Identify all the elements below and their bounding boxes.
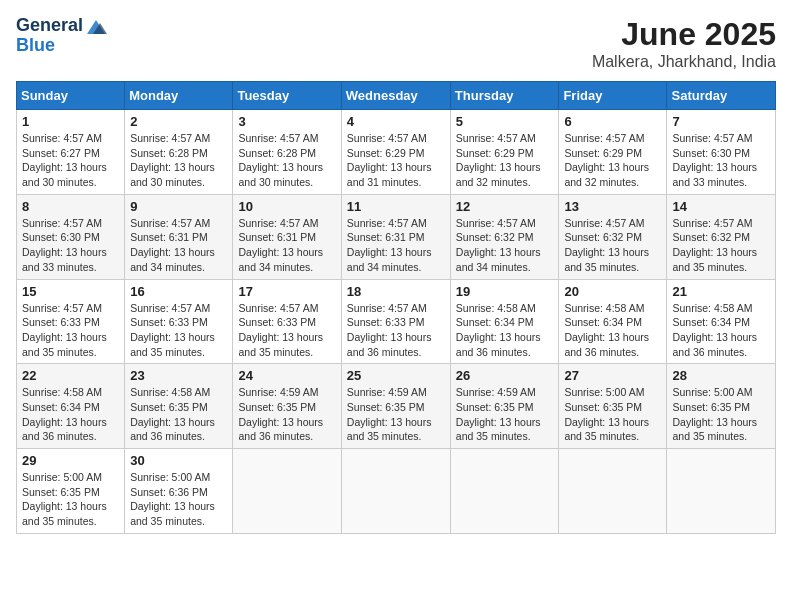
weekday-header-row: SundayMondayTuesdayWednesdayThursdayFrid… xyxy=(17,82,776,110)
day-cell: 20Sunrise: 4:58 AM Sunset: 6:34 PM Dayli… xyxy=(559,279,667,364)
day-cell: 10Sunrise: 4:57 AM Sunset: 6:31 PM Dayli… xyxy=(233,194,341,279)
day-number: 25 xyxy=(347,368,445,383)
day-number: 2 xyxy=(130,114,227,129)
day-cell: 3Sunrise: 4:57 AM Sunset: 6:28 PM Daylig… xyxy=(233,110,341,195)
day-info: Sunrise: 4:59 AM Sunset: 6:35 PM Dayligh… xyxy=(456,385,554,444)
logo-blue: Blue xyxy=(16,36,55,56)
day-cell: 9Sunrise: 4:57 AM Sunset: 6:31 PM Daylig… xyxy=(125,194,233,279)
day-cell: 4Sunrise: 4:57 AM Sunset: 6:29 PM Daylig… xyxy=(341,110,450,195)
day-cell: 12Sunrise: 4:57 AM Sunset: 6:32 PM Dayli… xyxy=(450,194,559,279)
day-info: Sunrise: 4:57 AM Sunset: 6:27 PM Dayligh… xyxy=(22,131,119,190)
day-number: 23 xyxy=(130,368,227,383)
day-number: 28 xyxy=(672,368,770,383)
day-info: Sunrise: 4:57 AM Sunset: 6:32 PM Dayligh… xyxy=(456,216,554,275)
day-cell: 25Sunrise: 4:59 AM Sunset: 6:35 PM Dayli… xyxy=(341,364,450,449)
day-cell: 1Sunrise: 4:57 AM Sunset: 6:27 PM Daylig… xyxy=(17,110,125,195)
day-info: Sunrise: 5:00 AM Sunset: 6:36 PM Dayligh… xyxy=(130,470,227,529)
day-number: 9 xyxy=(130,199,227,214)
day-cell: 16Sunrise: 4:57 AM Sunset: 6:33 PM Dayli… xyxy=(125,279,233,364)
week-row-2: 8Sunrise: 4:57 AM Sunset: 6:30 PM Daylig… xyxy=(17,194,776,279)
day-cell: 6Sunrise: 4:57 AM Sunset: 6:29 PM Daylig… xyxy=(559,110,667,195)
day-number: 22 xyxy=(22,368,119,383)
day-info: Sunrise: 4:57 AM Sunset: 6:31 PM Dayligh… xyxy=(130,216,227,275)
day-number: 4 xyxy=(347,114,445,129)
day-cell xyxy=(559,449,667,534)
day-info: Sunrise: 4:57 AM Sunset: 6:29 PM Dayligh… xyxy=(347,131,445,190)
day-cell: 30Sunrise: 5:00 AM Sunset: 6:36 PM Dayli… xyxy=(125,449,233,534)
day-number: 5 xyxy=(456,114,554,129)
calendar-table: SundayMondayTuesdayWednesdayThursdayFrid… xyxy=(16,81,776,534)
weekday-header-sunday: Sunday xyxy=(17,82,125,110)
day-info: Sunrise: 4:58 AM Sunset: 6:34 PM Dayligh… xyxy=(456,301,554,360)
day-info: Sunrise: 5:00 AM Sunset: 6:35 PM Dayligh… xyxy=(22,470,119,529)
day-info: Sunrise: 4:57 AM Sunset: 6:33 PM Dayligh… xyxy=(347,301,445,360)
header: General Blue June 2025 Malkera, Jharkhan… xyxy=(16,16,776,71)
logo: General Blue xyxy=(16,16,107,56)
day-number: 27 xyxy=(564,368,661,383)
day-number: 8 xyxy=(22,199,119,214)
day-info: Sunrise: 4:59 AM Sunset: 6:35 PM Dayligh… xyxy=(347,385,445,444)
day-info: Sunrise: 4:57 AM Sunset: 6:31 PM Dayligh… xyxy=(238,216,335,275)
day-cell: 7Sunrise: 4:57 AM Sunset: 6:30 PM Daylig… xyxy=(667,110,776,195)
day-number: 29 xyxy=(22,453,119,468)
day-info: Sunrise: 4:57 AM Sunset: 6:28 PM Dayligh… xyxy=(130,131,227,190)
day-cell: 19Sunrise: 4:58 AM Sunset: 6:34 PM Dayli… xyxy=(450,279,559,364)
day-info: Sunrise: 4:58 AM Sunset: 6:35 PM Dayligh… xyxy=(130,385,227,444)
weekday-header-tuesday: Tuesday xyxy=(233,82,341,110)
day-info: Sunrise: 4:57 AM Sunset: 6:29 PM Dayligh… xyxy=(564,131,661,190)
day-number: 18 xyxy=(347,284,445,299)
day-number: 7 xyxy=(672,114,770,129)
day-number: 17 xyxy=(238,284,335,299)
day-info: Sunrise: 4:57 AM Sunset: 6:33 PM Dayligh… xyxy=(22,301,119,360)
day-cell: 29Sunrise: 5:00 AM Sunset: 6:35 PM Dayli… xyxy=(17,449,125,534)
week-row-5: 29Sunrise: 5:00 AM Sunset: 6:35 PM Dayli… xyxy=(17,449,776,534)
day-cell: 21Sunrise: 4:58 AM Sunset: 6:34 PM Dayli… xyxy=(667,279,776,364)
day-info: Sunrise: 4:58 AM Sunset: 6:34 PM Dayligh… xyxy=(672,301,770,360)
weekday-header-wednesday: Wednesday xyxy=(341,82,450,110)
day-info: Sunrise: 4:57 AM Sunset: 6:33 PM Dayligh… xyxy=(130,301,227,360)
title-area: June 2025 Malkera, Jharkhand, India xyxy=(592,16,776,71)
logo-general: General xyxy=(16,16,83,36)
day-number: 1 xyxy=(22,114,119,129)
week-row-4: 22Sunrise: 4:58 AM Sunset: 6:34 PM Dayli… xyxy=(17,364,776,449)
weekday-header-saturday: Saturday xyxy=(667,82,776,110)
day-cell: 13Sunrise: 4:57 AM Sunset: 6:32 PM Dayli… xyxy=(559,194,667,279)
day-number: 10 xyxy=(238,199,335,214)
day-info: Sunrise: 4:57 AM Sunset: 6:28 PM Dayligh… xyxy=(238,131,335,190)
day-info: Sunrise: 4:57 AM Sunset: 6:31 PM Dayligh… xyxy=(347,216,445,275)
day-info: Sunrise: 4:58 AM Sunset: 6:34 PM Dayligh… xyxy=(564,301,661,360)
day-cell: 8Sunrise: 4:57 AM Sunset: 6:30 PM Daylig… xyxy=(17,194,125,279)
week-row-1: 1Sunrise: 4:57 AM Sunset: 6:27 PM Daylig… xyxy=(17,110,776,195)
day-number: 3 xyxy=(238,114,335,129)
day-cell xyxy=(450,449,559,534)
day-number: 19 xyxy=(456,284,554,299)
day-cell: 2Sunrise: 4:57 AM Sunset: 6:28 PM Daylig… xyxy=(125,110,233,195)
day-number: 26 xyxy=(456,368,554,383)
day-info: Sunrise: 4:57 AM Sunset: 6:32 PM Dayligh… xyxy=(564,216,661,275)
day-info: Sunrise: 5:00 AM Sunset: 6:35 PM Dayligh… xyxy=(672,385,770,444)
day-cell: 15Sunrise: 4:57 AM Sunset: 6:33 PM Dayli… xyxy=(17,279,125,364)
day-cell xyxy=(341,449,450,534)
month-title: June 2025 xyxy=(592,16,776,53)
day-number: 30 xyxy=(130,453,227,468)
weekday-header-thursday: Thursday xyxy=(450,82,559,110)
week-row-3: 15Sunrise: 4:57 AM Sunset: 6:33 PM Dayli… xyxy=(17,279,776,364)
day-number: 16 xyxy=(130,284,227,299)
location-title: Malkera, Jharkhand, India xyxy=(592,53,776,71)
day-number: 14 xyxy=(672,199,770,214)
day-cell: 5Sunrise: 4:57 AM Sunset: 6:29 PM Daylig… xyxy=(450,110,559,195)
day-cell: 22Sunrise: 4:58 AM Sunset: 6:34 PM Dayli… xyxy=(17,364,125,449)
day-cell: 11Sunrise: 4:57 AM Sunset: 6:31 PM Dayli… xyxy=(341,194,450,279)
day-info: Sunrise: 4:57 AM Sunset: 6:32 PM Dayligh… xyxy=(672,216,770,275)
day-cell xyxy=(233,449,341,534)
day-info: Sunrise: 4:58 AM Sunset: 6:34 PM Dayligh… xyxy=(22,385,119,444)
day-number: 20 xyxy=(564,284,661,299)
day-cell: 27Sunrise: 5:00 AM Sunset: 6:35 PM Dayli… xyxy=(559,364,667,449)
weekday-header-friday: Friday xyxy=(559,82,667,110)
day-number: 6 xyxy=(564,114,661,129)
logo-icon xyxy=(85,18,107,36)
day-number: 24 xyxy=(238,368,335,383)
day-cell: 23Sunrise: 4:58 AM Sunset: 6:35 PM Dayli… xyxy=(125,364,233,449)
day-number: 13 xyxy=(564,199,661,214)
day-cell: 26Sunrise: 4:59 AM Sunset: 6:35 PM Dayli… xyxy=(450,364,559,449)
